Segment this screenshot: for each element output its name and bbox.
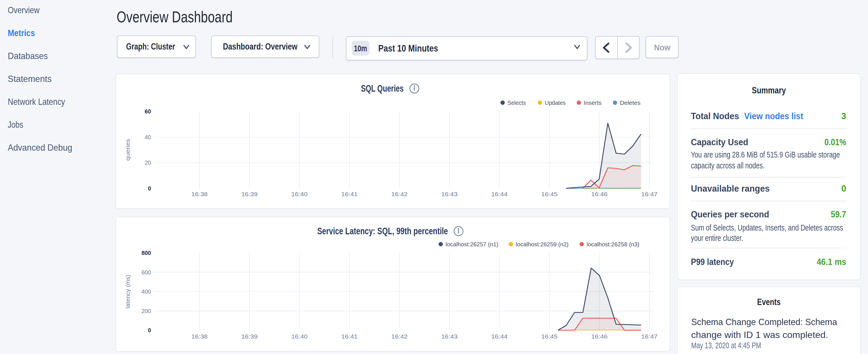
svg-text:P99 latency: P99 latency (691, 257, 734, 267)
svg-text:0: 0 (148, 327, 151, 333)
svg-text:Sum of Selects, Updates, Inser: Sum of Selects, Updates, Inserts, and De… (691, 223, 843, 232)
svg-text:Statements: Statements (8, 74, 52, 84)
svg-text:16:42: 16:42 (391, 191, 407, 197)
svg-text:Metrics: Metrics (8, 28, 35, 38)
svg-text:Updates: Updates (545, 99, 566, 106)
svg-text:your entire cluster.: your entire cluster. (691, 233, 743, 243)
svg-text:change with ID 1 was completed: change with ID 1 was completed. (691, 330, 828, 340)
svg-text:Now: Now (654, 43, 671, 52)
svg-text:Graph: Cluster: Graph: Cluster (126, 41, 175, 52)
svg-text:10m: 10m (354, 43, 367, 53)
svg-text:Service Latency: SQL, 99th per: Service Latency: SQL, 99th percentile (317, 225, 448, 236)
svg-text:Network Latency: Network Latency (8, 97, 65, 107)
svg-text:16:44: 16:44 (491, 333, 507, 340)
svg-text:Overview: Overview (8, 5, 40, 15)
svg-text:16:38: 16:38 (191, 191, 208, 197)
svg-text:16:47: 16:47 (641, 191, 658, 197)
svg-text:600: 600 (142, 269, 151, 276)
svg-text:Summary: Summary (752, 85, 786, 95)
svg-text:800: 800 (142, 250, 151, 256)
svg-text:16:45: 16:45 (541, 333, 558, 340)
svg-text:16:41: 16:41 (341, 191, 358, 197)
svg-text:localhost:26259 (n2): localhost:26259 (n2) (516, 241, 568, 248)
svg-text:Past 10 Minutes: Past 10 Minutes (378, 43, 438, 54)
svg-text:16:47: 16:47 (641, 333, 658, 340)
svg-text:16:45: 16:45 (541, 191, 558, 197)
svg-text:46.1 ms: 46.1 ms (817, 257, 846, 267)
svg-text:16:46: 16:46 (591, 191, 608, 197)
svg-text:0: 0 (148, 185, 151, 192)
svg-text:You are using 28.6 MiB of 515.: You are using 28.6 MiB of 515.9 GiB usab… (691, 150, 840, 159)
svg-text:Databases: Databases (8, 51, 48, 61)
svg-text:0: 0 (841, 184, 846, 194)
svg-text:16:38: 16:38 (191, 333, 208, 340)
svg-text:16:39: 16:39 (241, 191, 258, 197)
svg-text:Inserts: Inserts (584, 99, 601, 106)
svg-text:60: 60 (145, 108, 151, 115)
svg-text:20: 20 (145, 160, 151, 166)
svg-text:16:40: 16:40 (291, 191, 308, 197)
svg-text:View nodes list: View nodes list (744, 111, 803, 121)
svg-text:capacity across all nodes.: capacity across all nodes. (691, 161, 765, 170)
svg-text:May 13, 2020 at 4:45 PM: May 13, 2020 at 4:45 PM (691, 341, 761, 350)
svg-text:queries: queries (124, 139, 131, 161)
svg-text:16:43: 16:43 (441, 333, 458, 340)
svg-text:16:43: 16:43 (441, 191, 458, 197)
svg-text:Selects: Selects (507, 99, 526, 106)
svg-text:Deletes: Deletes (620, 99, 641, 106)
svg-text:SQL Queries: SQL Queries (361, 83, 404, 94)
svg-text:Schema Change Completed: Schem: Schema Change Completed: Schema (691, 317, 837, 327)
svg-text:Unavailable ranges: Unavailable ranges (691, 184, 770, 194)
svg-text:16:44: 16:44 (491, 191, 507, 197)
svg-text:localhost:26258 (n3): localhost:26258 (n3) (587, 241, 639, 248)
svg-text:Capacity Used: Capacity Used (691, 137, 748, 147)
svg-text:Events: Events (757, 297, 781, 307)
svg-text:Advanced Debug: Advanced Debug (8, 142, 72, 153)
svg-text:Total Nodes: Total Nodes (691, 111, 739, 121)
svg-text:0.01%: 0.01% (825, 137, 846, 147)
svg-text:3: 3 (841, 111, 846, 121)
svg-text:16:46: 16:46 (591, 333, 608, 340)
svg-text:Overview Dashboard: Overview Dashboard (117, 8, 233, 26)
svg-text:16:40: 16:40 (291, 333, 308, 340)
svg-text:16:41: 16:41 (341, 333, 358, 340)
svg-text:Jobs: Jobs (8, 120, 23, 130)
svg-text:40: 40 (145, 134, 151, 140)
svg-text:200: 200 (142, 308, 151, 314)
svg-text:59.7: 59.7 (831, 210, 846, 219)
svg-text:Queries per second: Queries per second (691, 210, 769, 219)
svg-text:400: 400 (142, 288, 151, 295)
svg-text:Dashboard: Overview: Dashboard: Overview (223, 41, 298, 52)
svg-text:latency (ms): latency (ms) (124, 275, 131, 309)
svg-text:16:39: 16:39 (241, 333, 258, 340)
svg-text:localhost:26257 (n1): localhost:26257 (n1) (445, 241, 498, 248)
svg-text:16:42: 16:42 (391, 333, 407, 340)
